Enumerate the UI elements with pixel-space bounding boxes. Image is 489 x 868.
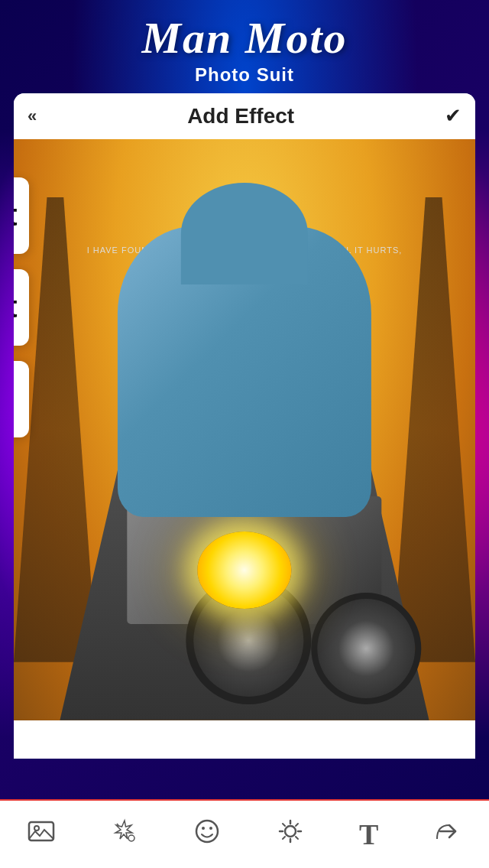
svg-line-13 bbox=[296, 837, 298, 839]
toolbar-photo-button[interactable] bbox=[18, 811, 64, 857]
moto-scene: I HAVE FOUND THE PARADOX, THAT IF YOU LO… bbox=[14, 139, 475, 720]
text-panel-1[interactable]: Text bbox=[14, 177, 29, 254]
brightness-icon bbox=[277, 818, 304, 851]
back-wheel bbox=[311, 593, 421, 704]
confirm-button[interactable]: ✔ bbox=[445, 104, 461, 128]
svg-point-1 bbox=[34, 826, 39, 831]
svg-point-7 bbox=[285, 826, 296, 837]
photo-icon bbox=[28, 818, 55, 851]
image-area: I HAVE FOUND THE PARADOX, THAT IF YOU LO… bbox=[14, 139, 475, 720]
text-tool-icon: T bbox=[359, 818, 378, 851]
rider-silhouette bbox=[118, 226, 371, 517]
share-icon bbox=[434, 818, 461, 851]
svg-point-2 bbox=[128, 835, 134, 841]
svg-line-12 bbox=[283, 824, 285, 826]
toolbar-share-button[interactable] bbox=[425, 811, 471, 857]
top-bar: « Add Effect ✔ bbox=[14, 93, 475, 139]
page-title: Add Effect bbox=[187, 104, 294, 128]
text-panel-2[interactable]: Text bbox=[14, 269, 29, 346]
text-panel-3[interactable]: Text bbox=[14, 361, 29, 437]
bottom-toolbar: T bbox=[0, 799, 489, 868]
app-title-main: Man Moto bbox=[8, 14, 481, 63]
headlight bbox=[197, 532, 291, 608]
emoji-icon bbox=[193, 818, 221, 851]
toolbar-brightness-button[interactable] bbox=[267, 811, 313, 857]
toolbar-effects-button[interactable] bbox=[102, 811, 147, 857]
back-button[interactable]: « bbox=[28, 106, 37, 126]
text-panel-2-label: Text bbox=[14, 290, 18, 324]
app-title-sub: Photo Suit bbox=[8, 64, 481, 86]
svg-point-6 bbox=[209, 827, 212, 830]
app-header: Man Moto Photo Suit bbox=[0, 0, 489, 93]
svg-line-15 bbox=[283, 837, 285, 839]
toolbar-emoji-button[interactable] bbox=[184, 811, 230, 857]
svg-rect-0 bbox=[29, 822, 53, 840]
svg-line-14 bbox=[296, 824, 298, 826]
main-card: « Add Effect ✔ I HAVE FOUND THE PARADOX,… bbox=[14, 93, 475, 759]
text-panel-1-label: Text bbox=[14, 198, 18, 232]
effects-icon bbox=[111, 818, 138, 851]
toolbar-text-button[interactable]: T bbox=[350, 811, 387, 857]
svg-point-5 bbox=[202, 827, 205, 830]
svg-point-4 bbox=[196, 821, 218, 842]
